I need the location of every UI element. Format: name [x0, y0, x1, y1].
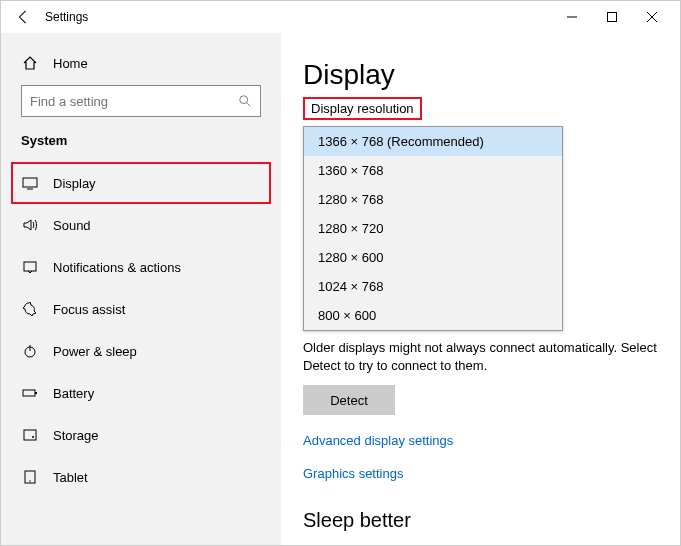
svg-rect-13: [24, 430, 36, 440]
resolution-label-highlight: Display resolution: [303, 97, 422, 120]
sidebar-item-label: Power & sleep: [53, 344, 137, 359]
resolution-option[interactable]: 1280 × 768: [304, 185, 562, 214]
sidebar-item-label: Tablet: [53, 470, 88, 485]
back-button[interactable]: [9, 3, 37, 31]
resolution-option[interactable]: 1366 × 768 (Recommended): [304, 127, 562, 156]
svg-line-5: [247, 103, 251, 107]
close-icon: [647, 12, 657, 22]
svg-rect-8: [24, 262, 36, 271]
detect-button[interactable]: Detect: [303, 385, 395, 415]
svg-point-14: [32, 436, 34, 438]
detect-description: Older displays might not always connect …: [303, 339, 658, 375]
sleep-heading: Sleep better: [303, 509, 658, 532]
sidebar-item-label: Notifications & actions: [53, 260, 181, 275]
sidebar: Home System DisplaySoundNotifications & …: [1, 33, 281, 545]
sidebar-item-sound[interactable]: Sound: [1, 204, 281, 246]
advanced-display-link[interactable]: Advanced display settings: [303, 433, 658, 448]
resolution-dropdown[interactable]: 1366 × 768 (Recommended)1360 × 7681280 ×…: [303, 126, 563, 331]
sidebar-item-label: Sound: [53, 218, 91, 233]
sidebar-item-label: Battery: [53, 386, 94, 401]
maximize-button[interactable]: [592, 3, 632, 31]
sidebar-item-label: Display: [53, 176, 96, 191]
maximize-icon: [607, 12, 617, 22]
sidebar-item-notifications[interactable]: Notifications & actions: [1, 246, 281, 288]
storage-icon: [21, 427, 39, 443]
power-icon: [21, 343, 39, 359]
sidebar-item-display[interactable]: Display: [11, 162, 271, 204]
notifications-icon: [21, 259, 39, 275]
minimize-icon: [567, 12, 577, 22]
resolution-label: Display resolution: [311, 101, 414, 116]
display-icon: [21, 175, 39, 191]
content-area: Display Display resolution 1366 × 768 (R…: [281, 33, 680, 545]
sidebar-item-storage[interactable]: Storage: [1, 414, 281, 456]
section-title: System: [1, 133, 281, 162]
home-icon: [21, 55, 39, 71]
svg-rect-6: [23, 178, 37, 187]
minimize-button[interactable]: [552, 3, 592, 31]
resolution-option[interactable]: 1280 × 720: [304, 214, 562, 243]
sidebar-item-focus[interactable]: Focus assist: [1, 288, 281, 330]
svg-rect-12: [35, 392, 37, 394]
focus-icon: [21, 301, 39, 317]
resolution-option[interactable]: 1280 × 600: [304, 243, 562, 272]
svg-rect-11: [23, 390, 35, 396]
page-heading: Display: [303, 59, 658, 91]
tablet-icon: [21, 469, 39, 485]
svg-point-16: [29, 480, 30, 481]
window-title: Settings: [45, 10, 88, 24]
search-input[interactable]: [21, 85, 261, 117]
search-field[interactable]: [30, 94, 238, 109]
sound-icon: [21, 217, 39, 233]
close-button[interactable]: [632, 3, 672, 31]
resolution-option[interactable]: 1360 × 768: [304, 156, 562, 185]
home-label: Home: [53, 56, 88, 71]
resolution-option[interactable]: 1024 × 768: [304, 272, 562, 301]
resolution-option[interactable]: 800 × 600: [304, 301, 562, 330]
sidebar-item-label: Focus assist: [53, 302, 125, 317]
graphics-settings-link[interactable]: Graphics settings: [303, 466, 658, 481]
sidebar-item-label: Storage: [53, 428, 99, 443]
sidebar-item-battery[interactable]: Battery: [1, 372, 281, 414]
home-nav[interactable]: Home: [1, 51, 281, 85]
battery-icon: [21, 385, 39, 401]
sidebar-item-power[interactable]: Power & sleep: [1, 330, 281, 372]
sidebar-item-tablet[interactable]: Tablet: [1, 456, 281, 498]
arrow-left-icon: [16, 10, 30, 24]
search-icon: [238, 94, 252, 108]
svg-rect-1: [608, 13, 617, 22]
svg-point-4: [240, 96, 248, 104]
